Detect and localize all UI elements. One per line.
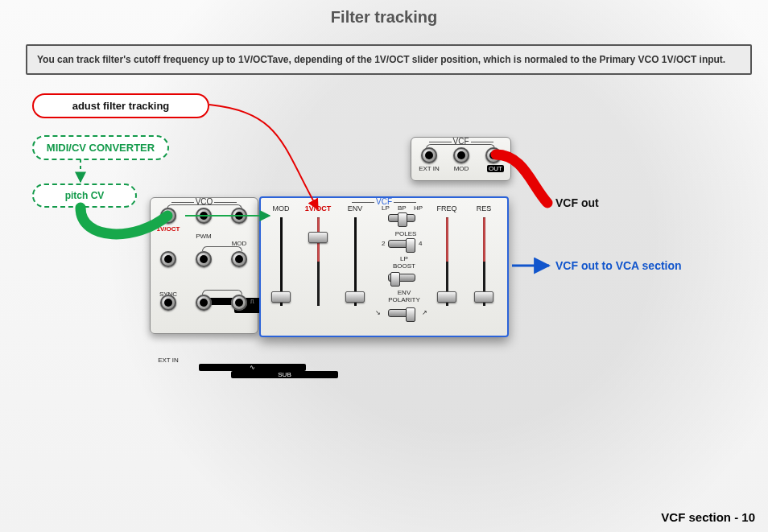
vcf-jack-mod[interactable] — [453, 147, 469, 163]
slider-env-label: ENV — [341, 204, 369, 212]
vco-jack-sub-label: SUB — [231, 371, 338, 378]
footer: VCF section - 10 — [661, 510, 755, 524]
footer-page: 10 — [741, 510, 755, 524]
footer-section: VCF section - — [661, 510, 741, 524]
vcf-jack-out-label: OUT — [487, 165, 504, 172]
vcf-jack-mod-label: MOD — [448, 165, 475, 172]
vco-jack-mod[interactable] — [231, 208, 247, 224]
vco-jack-sync[interactable] — [160, 251, 176, 267]
filter-lp-label: LP — [382, 204, 390, 212]
slider-res[interactable] — [477, 217, 491, 306]
env-polarity-label: ENV POLARITY — [383, 290, 425, 304]
callout-midi-cv: MIDI/CV CONVERTER — [32, 135, 169, 160]
vco-jack-saw[interactable] — [231, 251, 247, 267]
vco-jack-sub[interactable] — [231, 295, 247, 311]
slider-mod[interactable] — [274, 217, 288, 306]
vco-jack-pulse[interactable] — [196, 251, 212, 267]
vcf-jack-ext-in-label: EXT IN — [415, 165, 443, 172]
switch-lp-boost[interactable] — [388, 274, 415, 282]
switch-poles[interactable] — [388, 240, 415, 248]
callout-pitch-cv: pitch CV — [32, 184, 137, 208]
slider-env[interactable] — [348, 217, 362, 306]
vco-jack-ext-in-label: EXT IN — [155, 357, 182, 364]
slider-res-label: RES — [470, 204, 498, 212]
slider-1v-oct-label: 1V/OCT — [304, 204, 332, 212]
switch-env-polarity[interactable] — [388, 309, 415, 317]
lp-boost-label: LP BOOST — [388, 256, 420, 270]
vco-jack-1v-oct-label: 1V/OCT — [155, 225, 182, 233]
vco-jack-sine-label: ∿ — [199, 364, 306, 371]
vcf-jack-panel: VCF EXT IN MOD OUT — [411, 137, 511, 181]
slider-mod-label: MOD — [267, 204, 295, 212]
callout-adjust-tracking: adust filter tracking — [32, 93, 209, 118]
vcf-jack-out[interactable] — [485, 147, 502, 163]
label-vcf-out-to-vca: VCF out to VCA section — [555, 259, 682, 272]
page-title: Filter tracking — [0, 8, 768, 27]
vcf-jack-ext-in[interactable] — [421, 147, 437, 163]
vco-jack-pwm[interactable] — [196, 208, 212, 224]
label-vcf-out: VCF out — [555, 196, 599, 209]
switch-filter-type[interactable] — [388, 214, 415, 222]
vco-jack-sine[interactable] — [196, 295, 212, 311]
poles-2-label: 2 — [382, 240, 385, 247]
vco-jack-1v-oct[interactable] — [160, 208, 176, 224]
vcf-panel: VCF MOD 1V/OCT ENV LP BP HP POLES 2 4 LP… — [259, 196, 509, 337]
filter-bp-label: BP — [398, 204, 407, 212]
vco-jack-pwm-label: PWM — [190, 233, 217, 240]
vco-jack-ext-in[interactable] — [160, 295, 176, 311]
slider-freq[interactable] — [440, 217, 454, 306]
wire-adjust-to-1voct — [209, 105, 318, 209]
filter-hp-label: HP — [414, 204, 423, 212]
slider-1v-oct[interactable] — [311, 217, 325, 306]
slider-freq-label: FREQ — [433, 204, 460, 212]
poles-4-label: 4 — [419, 240, 422, 247]
poles-label: POLES — [390, 230, 422, 237]
vco-panel: VCO 1V/OCT PWM MOD SYNC ⎍ 𝄐 EXT IN ∿ SUB — [150, 197, 258, 334]
info-box: You can track filter's cutoff frequency … — [26, 44, 752, 75]
